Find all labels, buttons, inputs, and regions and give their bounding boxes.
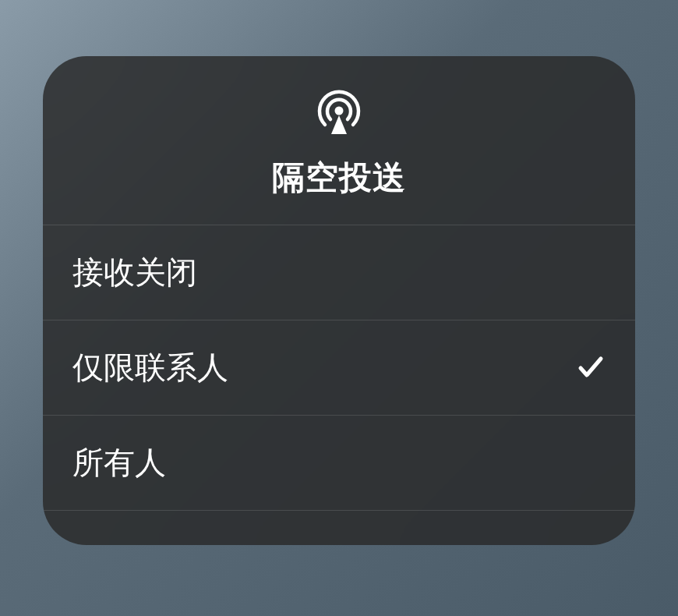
panel-footer-space [43,511,635,545]
option-contacts-only[interactable]: 仅限联系人 [43,320,635,416]
airdrop-icon [314,87,364,137]
option-list: 接收关闭 仅限联系人 所有人 [43,225,635,511]
option-label: 接收关闭 [72,251,197,294]
panel-title: 隔空投送 [272,156,406,200]
option-receiving-off[interactable]: 接收关闭 [43,225,635,320]
checkmark-icon [576,352,606,382]
option-label: 仅限联系人 [72,346,228,389]
option-everyone[interactable]: 所有人 [43,416,635,511]
panel-header: 隔空投送 [43,56,635,225]
airdrop-settings-panel: 隔空投送 接收关闭 仅限联系人 所有人 [43,56,635,545]
svg-point-0 [335,106,344,115]
option-label: 所有人 [72,441,166,484]
